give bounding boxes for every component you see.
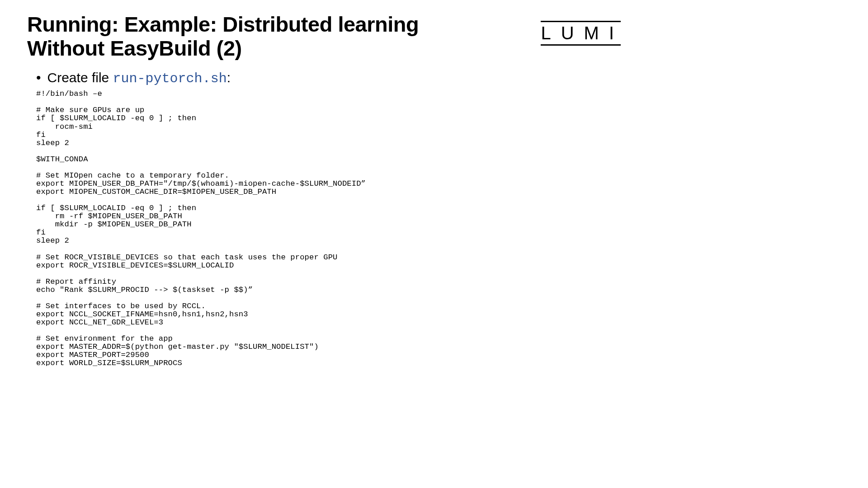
logo-line-top [541,21,620,22]
slide-title: Running: Example: Distributed learning W… [27,13,479,60]
logo-line-bottom [541,44,620,46]
logo-text: LUMI [541,23,624,43]
bullet-text: Create file run-pytorch.sh: [47,70,231,86]
bullet-filename: run-pytorch.sh [113,71,227,86]
slide: LUMI Running: Example: Distributed learn… [0,0,651,366]
bullet-marker: • [36,71,41,84]
bullet-item: • Create file run-pytorch.sh: [36,70,624,86]
bullet-suffix: : [227,70,231,85]
bullet-prefix: Create file [47,70,113,85]
code-block: #!/bin/bash –e # Make sure GPUs are up i… [36,90,624,366]
lumi-logo: LUMI [541,20,624,47]
